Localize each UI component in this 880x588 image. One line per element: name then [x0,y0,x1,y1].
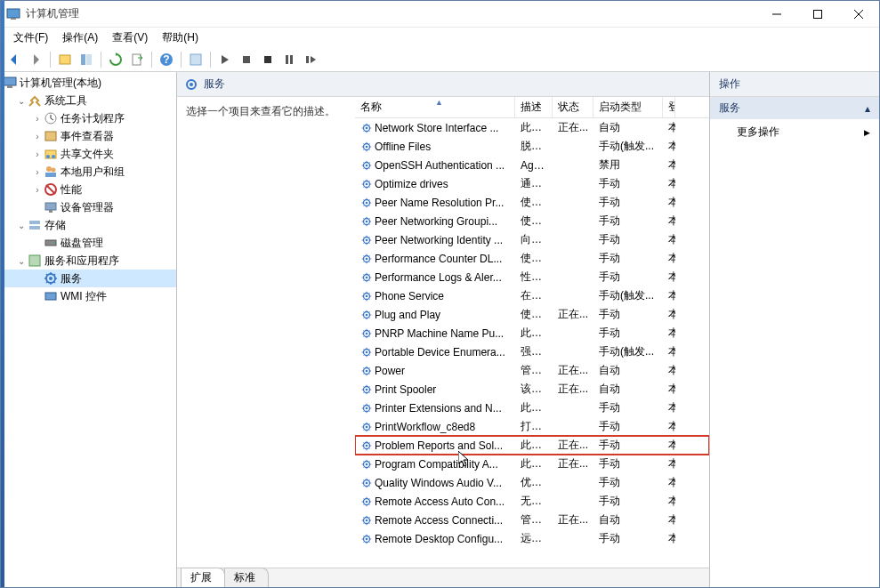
minimize-button[interactable] [756,1,797,27]
actions-section[interactable]: 服务 ▴ [710,97,879,119]
service-startup: 手动 [593,419,663,434]
help-button[interactable]: ? [157,50,176,69]
svg-rect-6 [60,55,70,64]
tree-local-users[interactable]: › 本地用户和组 [1,163,176,181]
service-row[interactable]: PrintWorkflow_c8ed8打印...手动本 [355,417,709,436]
collapse-icon[interactable]: ⌄ [15,221,28,230]
expand-icon[interactable]: › [31,185,44,195]
service-row[interactable]: Power管理...正在...自动本 [355,361,709,380]
tree-services[interactable]: 服务 [1,270,176,287]
tree-label: WMI 控件 [61,289,107,304]
main-area: 计算机管理(本地) ⌄ 系统工具 › 任务计划程序 › 事件查看器 › 共享文件… [1,72,879,587]
service-row[interactable]: Optimize drives通过...手动本 [355,174,709,193]
service-row[interactable]: Performance Counter DL...使远...手动本 [355,249,709,268]
tree-storage[interactable]: ⌄ 存储 [1,216,176,234]
collapse-icon[interactable]: ⌄ [15,96,28,106]
col-header-status[interactable]: 状态 [553,97,593,117]
service-row[interactable]: Remote Access Auto Con...无论...手动本 [355,492,709,511]
tab-standard[interactable]: 标准 [224,568,269,587]
tree-services-apps[interactable]: ⌄ 服务和应用程序 [1,252,176,270]
actions-more[interactable]: 更多操作 ▶ [710,119,879,145]
arrow-right-icon: ▶ [864,128,870,137]
svg-rect-17 [306,56,309,63]
col-header-startup[interactable]: 启动类型 [593,97,663,117]
menu-file[interactable]: 文件(F) [6,28,55,47]
tab-extended[interactable]: 扩展 [181,568,225,587]
expand-icon[interactable]: › [31,149,44,159]
maximize-button[interactable] [797,1,838,27]
col-header-logon[interactable]: 登 [663,97,675,117]
service-row[interactable]: Print Spooler该服...正在...自动本 [355,380,709,399]
service-row[interactable]: Printer Extensions and N...此服...手动本 [355,399,709,417]
tree-disk-management[interactable]: 磁盘管理 [1,234,176,252]
svg-point-65 [366,332,368,334]
service-row[interactable]: Remote Access Connecti...管理...正在...自动本 [355,511,709,529]
service-row[interactable]: Program Compatibility A...此服...正在...手动本 [355,455,709,473]
expand-icon[interactable]: › [31,167,44,177]
tree-task-scheduler[interactable]: › 任务计划程序 [1,109,176,127]
service-settings-button[interactable] [186,50,206,69]
actions-header: 操作 [710,72,879,97]
list-body[interactable]: Network Store Interface ...此服...正在...自动本… [355,118,709,568]
svg-point-57 [366,257,368,260]
properties-button[interactable] [77,50,96,69]
service-name: Plug and Play [355,309,515,321]
expand-icon[interactable]: › [31,114,44,124]
tree-event-viewer[interactable]: › 事件查看器 [1,127,176,145]
users-icon [44,165,58,179]
tree-pane[interactable]: 计算机管理(本地) ⌄ 系统工具 › 任务计划程序 › 事件查看器 › 共享文件… [1,72,177,587]
service-row[interactable]: Performance Logs & Aler...性能...手动本 [355,268,709,286]
service-row[interactable]: Phone Service在设...手动(触发...本 [355,286,709,305]
tree-system-tools[interactable]: ⌄ 系统工具 [1,92,176,109]
start-button[interactable] [215,50,235,69]
expand-icon[interactable]: › [31,132,44,141]
svg-rect-13 [243,56,250,63]
menu-view[interactable]: 查看(V) [105,28,155,47]
service-row[interactable]: Offline Files脱机...手动(触发...本 [355,137,709,156]
stop-button[interactable] [237,50,256,69]
service-row[interactable]: OpenSSH Authentication ...Age...禁用本 [355,156,709,174]
back-button[interactable] [4,50,24,69]
service-desc: 强制... [515,344,553,359]
service-row[interactable]: Portable Device Enumera...强制...手动(触发...本 [355,342,709,361]
tree-device-manager[interactable]: 设备管理器 [1,198,176,216]
svg-point-67 [366,350,368,353]
tree-shared-folders[interactable]: › 共享文件夹 [1,145,176,163]
svg-rect-39 [45,293,56,300]
service-row[interactable]: Plug and Play使计...正在...手动本 [355,305,709,324]
col-header-desc[interactable]: 描述 [515,97,553,117]
service-row[interactable]: Peer Networking Groupi...使用...手动本 [355,212,709,230]
menu-help[interactable]: 帮助(H) [155,28,206,47]
pause-button[interactable] [279,50,299,69]
menu-action[interactable]: 操作(A) [55,28,105,47]
svg-point-83 [366,500,368,503]
tree-wmi[interactable]: WMI 控件 [1,287,176,305]
service-row[interactable]: Peer Networking Identity ...向对...手动本 [355,230,709,249]
service-name: Peer Networking Groupi... [355,215,515,228]
tree-root[interactable]: 计算机管理(本地) [1,74,176,92]
tree-performance[interactable]: › 性能 [1,181,176,198]
service-desc: 此服... [515,326,553,341]
forward-button[interactable] [26,50,45,69]
close-button[interactable] [838,1,879,27]
service-row[interactable]: Problem Reports and Sol...此服...正在...手动本 [355,436,709,455]
collapse-icon[interactable]: ⌄ [15,256,28,266]
svg-rect-33 [29,226,40,230]
refresh-button[interactable] [106,50,125,69]
service-row[interactable]: Quality Windows Audio V...优质...手动本 [355,473,709,492]
service-row[interactable]: Network Store Interface ...此服...正在...自动本 [355,118,709,137]
svg-rect-36 [29,255,40,266]
svg-point-77 [366,444,368,447]
export-button[interactable] [127,50,147,69]
toolbar: ? [1,47,879,72]
stop2-button[interactable] [258,50,278,69]
service-desc: 此服... [515,456,553,471]
service-row[interactable]: Remote Desktop Configu...远程...手动本 [355,529,709,548]
clock-icon [44,111,58,125]
restart-button[interactable] [301,50,320,69]
service-row[interactable]: Peer Name Resolution Pr...使用...手动本 [355,193,709,212]
service-desc: 该服... [515,382,553,397]
show-hide-button[interactable] [55,50,75,69]
service-row[interactable]: PNRP Machine Name Pu...此服...手动本 [355,324,709,342]
service-name: PNRP Machine Name Pu... [355,327,515,340]
